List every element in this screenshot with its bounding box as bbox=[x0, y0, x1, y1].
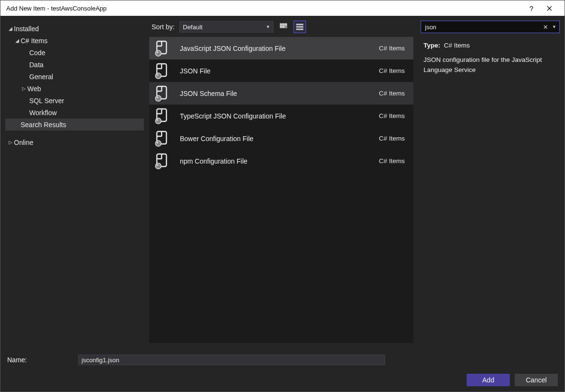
sort-toolbar: Sort by: Default ▼ bbox=[148, 16, 416, 34]
chevron-right-icon: ▷ bbox=[21, 86, 27, 91]
script-file-icon bbox=[154, 63, 170, 79]
template-row[interactable]: Bower Configuration File C# Items bbox=[149, 127, 413, 150]
template-name: JSON File bbox=[180, 67, 379, 75]
tree-label: Data bbox=[29, 61, 44, 69]
svg-point-20 bbox=[156, 96, 158, 98]
template-category: C# Items bbox=[379, 112, 405, 119]
type-label: Type: bbox=[424, 42, 440, 49]
template-row[interactable]: JSON File C# Items bbox=[149, 59, 413, 82]
chevron-down-icon: ◢ bbox=[14, 38, 21, 43]
svg-rect-3 bbox=[280, 26, 282, 28]
footer: Name: Add Cancel bbox=[0, 346, 565, 392]
svg-rect-11 bbox=[298, 29, 303, 30]
template-category: C# Items bbox=[379, 157, 405, 165]
tree-label: Workflow bbox=[29, 109, 57, 117]
window-title: Add New Item - testAwsConsoleApp bbox=[6, 5, 524, 12]
template-list: JavaScript JSON Configuration File C# It… bbox=[149, 37, 413, 343]
template-name: Bower Configuration File bbox=[180, 135, 379, 143]
type-value: C# Items bbox=[444, 42, 470, 49]
template-category: C# Items bbox=[379, 90, 405, 97]
tree-online[interactable]: ▷ Online bbox=[5, 136, 144, 148]
template-row[interactable]: JSON Schema File C# Items bbox=[149, 82, 413, 105]
tree-csharp-items[interactable]: ◢ C# Items bbox=[5, 35, 144, 47]
svg-rect-7 bbox=[298, 24, 303, 25]
svg-rect-1 bbox=[282, 24, 284, 25]
tree-label: C# Items bbox=[21, 37, 47, 45]
svg-rect-4 bbox=[282, 26, 284, 28]
tree-label: Installed bbox=[14, 25, 39, 33]
template-row[interactable]: JavaScript JSON Configuration File C# It… bbox=[149, 37, 413, 59]
tree-label: Web bbox=[27, 85, 41, 93]
template-category: C# Items bbox=[379, 67, 405, 74]
tree-label: Search Results bbox=[21, 121, 66, 129]
tree-label: General bbox=[29, 73, 53, 81]
template-name: JSON Schema File bbox=[180, 90, 379, 97]
svg-point-23 bbox=[156, 119, 158, 120]
chevron-down-icon: ◢ bbox=[7, 26, 14, 31]
template-category: C# Items bbox=[379, 135, 405, 142]
svg-rect-8 bbox=[296, 26, 298, 27]
svg-point-13 bbox=[155, 50, 161, 56]
sort-value: Default bbox=[183, 24, 202, 31]
view-list-button[interactable] bbox=[294, 21, 306, 33]
tree-label: SQL Server bbox=[29, 97, 64, 105]
view-grid-button[interactable] bbox=[277, 21, 290, 33]
tree-item-code[interactable]: Code bbox=[5, 47, 144, 59]
svg-point-22 bbox=[155, 118, 161, 124]
tree-item-sql-server[interactable]: SQL Server bbox=[5, 95, 144, 107]
script-file-icon bbox=[154, 153, 170, 169]
template-name: TypeScript JSON Configuration File bbox=[180, 112, 379, 120]
svg-rect-5 bbox=[285, 26, 287, 28]
svg-point-26 bbox=[156, 142, 158, 143]
clear-search-button[interactable]: ✕ bbox=[540, 24, 551, 31]
svg-point-29 bbox=[156, 164, 158, 166]
svg-point-19 bbox=[155, 95, 161, 101]
help-button[interactable]: ? bbox=[524, 1, 539, 15]
script-file-icon bbox=[154, 131, 170, 147]
template-category: C# Items bbox=[379, 45, 405, 52]
tree-installed[interactable]: ◢ Installed bbox=[5, 23, 144, 35]
template-name: npm Configuration File bbox=[180, 157, 379, 165]
search-dropdown-button[interactable]: ▼ bbox=[551, 24, 557, 29]
details-panel: ✕ ▼ Type: C# Items JSON configuration fi… bbox=[416, 16, 565, 346]
svg-point-14 bbox=[156, 51, 158, 53]
name-label: Name: bbox=[7, 356, 78, 364]
type-row: Type: C# Items bbox=[424, 41, 557, 50]
svg-point-16 bbox=[155, 73, 161, 79]
svg-point-25 bbox=[155, 141, 161, 146]
script-file-icon bbox=[154, 85, 170, 102]
tree-label: Online bbox=[14, 139, 33, 146]
tree-search-results[interactable]: Search Results bbox=[5, 119, 144, 131]
cancel-button[interactable]: Cancel bbox=[515, 374, 558, 386]
add-button[interactable]: Add bbox=[467, 374, 510, 386]
svg-rect-2 bbox=[285, 24, 287, 25]
template-name: JavaScript JSON Configuration File bbox=[180, 45, 379, 52]
svg-rect-10 bbox=[296, 29, 298, 30]
tree-label: Code bbox=[29, 49, 45, 57]
svg-point-17 bbox=[156, 74, 158, 75]
sort-by-label: Sort by: bbox=[152, 23, 176, 31]
chevron-right-icon: ▷ bbox=[7, 140, 14, 145]
template-row[interactable]: TypeScript JSON Configuration File C# It… bbox=[149, 105, 413, 127]
script-file-icon bbox=[154, 40, 170, 57]
template-description: JSON configuration file for the JavaScri… bbox=[424, 55, 557, 75]
template-row[interactable]: npm Configuration File C# Items bbox=[149, 150, 413, 172]
svg-rect-9 bbox=[298, 26, 303, 27]
title-bar: Add New Item - testAwsConsoleApp ? bbox=[0, 0, 565, 16]
sort-by-combo[interactable]: Default ▼ bbox=[179, 21, 273, 33]
tree-item-general[interactable]: General bbox=[5, 71, 144, 83]
tree-item-workflow[interactable]: Workflow bbox=[5, 107, 144, 119]
chevron-down-icon: ▼ bbox=[266, 24, 270, 29]
category-tree: ◢ Installed ◢ C# Items Code Data General… bbox=[0, 16, 148, 346]
script-file-icon bbox=[154, 108, 170, 124]
svg-point-28 bbox=[155, 163, 161, 169]
svg-rect-0 bbox=[280, 24, 282, 25]
search-box[interactable]: ✕ ▼ bbox=[421, 21, 560, 33]
name-input[interactable] bbox=[78, 355, 385, 365]
tree-item-data[interactable]: Data bbox=[5, 59, 144, 71]
search-input[interactable] bbox=[425, 24, 540, 31]
close-button[interactable] bbox=[539, 1, 560, 15]
tree-item-web[interactable]: ▷ Web bbox=[5, 83, 144, 95]
svg-rect-6 bbox=[296, 24, 298, 25]
